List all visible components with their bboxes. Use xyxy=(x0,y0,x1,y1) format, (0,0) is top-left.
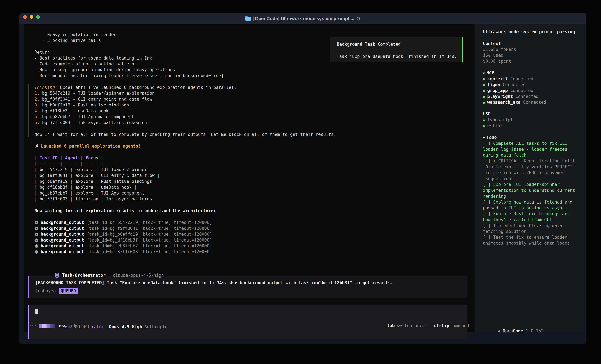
brand-suffix: Code xyxy=(513,328,523,333)
thinking-line: 1. bg_5547c219 - TUI loader/spinner expl… xyxy=(29,90,475,96)
table-row: | bg_eb87ebb7 | explore | TUI App compon… xyxy=(24,190,475,196)
todo-item-line: completion with ZERO improvement xyxy=(483,170,584,176)
context-stat: 31,686 tokens xyxy=(483,47,584,52)
announce-text: Launched 6 parallel exploration agents! xyxy=(24,143,475,149)
thinking-line: Thinking: Excellent! I've launched 6 bac… xyxy=(29,85,475,90)
tool-result-line: - Heavy computation in render xyxy=(24,32,475,38)
mcp-item: websearch_exa Connected xyxy=(483,99,584,105)
table-row: | bg_b0effa19 | explore | Rust native bi… xyxy=(24,178,475,184)
connected-dot-icon xyxy=(483,84,485,86)
agent-model: claude-opus-4-5-high xyxy=(113,273,164,278)
lsp-heading: LSP xyxy=(483,111,584,117)
esc-key-hint: esc xyxy=(59,323,67,329)
tool-result-line: - How to keep spinner animating during h… xyxy=(24,67,475,73)
app-window: [OpenCode] Ultrawork mode system prompt … xyxy=(19,13,586,345)
todo-item-line: rendering xyxy=(483,193,584,199)
agent-icon xyxy=(55,273,59,278)
queued-badge: QUEUED xyxy=(59,288,78,294)
online-dot-icon xyxy=(498,330,500,332)
spinner-bar-icon xyxy=(39,324,55,328)
completed-user: junhoyeo xyxy=(35,288,56,293)
todo-item-line: during data fetch xyxy=(483,152,584,158)
thinking-line: Now I'll wait for all of them to complet… xyxy=(29,132,475,137)
thinking-line: 5. bg_eb87ebb7 - TUI App main component xyxy=(29,114,475,120)
todo-item-line: passed to TUI (blocking vs async) xyxy=(483,205,584,211)
context-stats: 31,686 tokens16% used$0.00 spent xyxy=(483,47,584,64)
table-row: |---------|-------|-------| xyxy=(24,161,475,167)
thinking-line: 6. bg_37f1c003 - Ink async patterns rese… xyxy=(29,120,475,125)
window-title-text: [OpenCode] Ultrawork mode system prompt … xyxy=(253,16,354,21)
connected-dot-icon xyxy=(483,78,485,80)
status-circle-icon xyxy=(357,17,360,20)
tool-call-line: background_output [task_id=bg_eb87ebb7, … xyxy=(24,243,475,249)
table-row: | bg_df18bb3f | explore | useData hook | xyxy=(24,184,475,190)
todo-item-line: fetching solution xyxy=(483,229,584,234)
todo-item-line: Oracle explicitly verifies PERFECT xyxy=(483,164,584,170)
thinking-line: 4. bg_df18bb3f - useData hook xyxy=(29,108,475,114)
ctrlp-key-hint: ctrl+p xyxy=(434,323,449,329)
spinner-dots-icon xyxy=(30,325,36,326)
titlebar: [OpenCode] Ultrawork mode system prompt … xyxy=(19,13,586,24)
todo-item-line: [ ] Test the fix to ensure loader xyxy=(483,234,584,240)
tool-call-line: background_output [task_id=bg_f9ff3041, … xyxy=(24,225,475,231)
todo-item-line: suggestions xyxy=(483,176,584,182)
todo-item-line: loader lag issue - loader freezes xyxy=(483,146,584,152)
folder-icon xyxy=(245,17,251,21)
todo-item-line: [ ] Explore how data is fetched and xyxy=(483,199,584,205)
terminal-main-area: - Heavy computation in render - Blocking… xyxy=(24,24,475,332)
gear-icon xyxy=(34,250,39,256)
sidebar-footer: OpenCode 1.0.152 xyxy=(483,323,543,328)
toast-notification: Background Task Completed Task "Explore … xyxy=(330,37,463,62)
todo-item-line: implementation to understand current xyxy=(483,187,584,193)
tab-key-label: switch agent xyxy=(397,323,427,329)
context-heading: Context xyxy=(483,41,584,47)
todo-item-line: [ ] ⚠ CRITICAL: Keep iterating until xyxy=(483,158,584,164)
app-version: 1.0.152 xyxy=(523,328,543,333)
mcp-item: grep_app Connected xyxy=(483,87,584,94)
todo-list: [ ] Complete ALL tasks to fix CLIloader … xyxy=(483,140,584,246)
lsp-list: typescripteslint xyxy=(483,117,584,129)
prompt-input[interactable]: Task-OrchestratorOpus 4.5 HighAnthropic xyxy=(28,305,467,339)
waiting-line: Now waiting for all exploration results … xyxy=(24,208,475,214)
completed-message-text: [BACKGROUND TASK COMPLETED] Task "Explor… xyxy=(35,280,467,286)
thinking-line: 2. bg_f9ff3041 - CLI entry point and dat… xyxy=(29,96,475,102)
mcp-item: playwright Connected xyxy=(483,94,584,99)
brand-prefix: Open xyxy=(503,328,513,333)
window-title: [OpenCode] Ultrawork mode system prompt … xyxy=(19,13,586,24)
todo-item-line: [ ] Explore TUI loader/spinner xyxy=(483,182,584,187)
agent-name: Task-Orchestrator xyxy=(62,273,106,278)
lsp-item: eslint xyxy=(483,123,584,129)
todo-item-line: animates smoothly while data loads xyxy=(483,240,584,246)
table-row: | Task ID | Agent | Focus | xyxy=(24,155,475,161)
status-bar: esc interrupt tab switch agent ctrl+p co… xyxy=(24,323,475,328)
sidebar: Ultrawork mode system prompt parsing Con… xyxy=(475,24,584,332)
todo-item-line: [ ] Complete ALL tasks to fix CLI xyxy=(483,140,584,146)
mcp-item: figma Connected xyxy=(483,82,584,87)
lsp-item: typescript xyxy=(483,117,584,123)
tool-call-line: background_output [task_id=bg_df18bb3f, … xyxy=(24,237,475,243)
announce-line: Launched 6 parallel exploration agents! xyxy=(24,143,475,149)
text-cursor xyxy=(35,308,38,314)
todo-heading: ▼Todo xyxy=(483,134,584,140)
thinking-block: Thinking: Excellent! I've launched 6 bac… xyxy=(28,85,475,137)
tool-call-line: background_output [task_id=bg_b0effa19, … xyxy=(24,231,475,237)
table-row: | bg_f9ff3041 | explore | CLI entry & da… xyxy=(24,172,475,178)
toast-title: Background Task Completed xyxy=(337,41,462,47)
chevron-down-icon: ▼ xyxy=(483,136,485,140)
waiting-text: Now waiting for all exploration results … xyxy=(24,208,475,214)
todo-item-line: [ ] Explore Rust core bindings and xyxy=(483,211,584,217)
esc-key-label: interrupt xyxy=(69,323,91,329)
connected-dot-icon xyxy=(483,90,485,92)
sidebar-title: Ultrawork mode system prompt parsing xyxy=(483,29,584,35)
todo-item-line: [ ] Implement non-blocking data xyxy=(483,223,584,229)
context-stat: 16% used xyxy=(483,52,584,58)
mcp-list: context7 Connectedfigma Connectedgrep_ap… xyxy=(483,76,584,105)
background-completed-message: [BACKGROUND TASK COMPLETED] Task "Explor… xyxy=(28,276,467,298)
tab-key-hint: tab xyxy=(387,323,395,329)
table-row: | bg_5547c219 | explore | TUI loader/spi… xyxy=(24,167,475,172)
ctrlp-key-label: commands xyxy=(451,323,472,329)
thinking-line xyxy=(29,125,475,132)
tool-call-line: background_output [task_id=bg_37f1c003, … xyxy=(24,249,475,255)
mcp-item: context7 Connected xyxy=(483,76,584,82)
rocket-icon xyxy=(34,144,39,150)
